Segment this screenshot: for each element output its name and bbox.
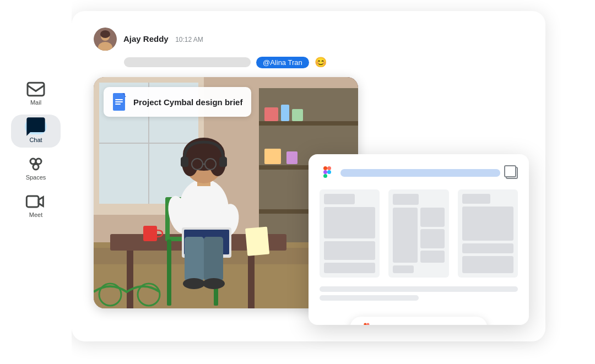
sender-name: Ajay Reddy [123,34,169,44]
svg-rect-67 [364,323,366,325]
svg-point-54 [183,278,205,289]
svg-rect-4 [26,196,39,207]
svg-point-55 [203,278,225,289]
figma-label-text: Project Cymbal wireframes [377,323,476,325]
figma-card: Project Cymbal wireframes [309,154,529,325]
svg-point-66 [327,170,331,174]
message-header: Ajay Reddy 10:12 AM [94,28,203,51]
svg-rect-45 [181,157,188,167]
sender-info: Ajay Reddy 10:12 AM [123,34,203,44]
svg-rect-59 [115,99,123,100]
figma-bar-short [320,295,419,301]
svg-rect-21 [281,105,289,121]
mention-tag[interactable]: @Alina Tran [256,57,309,68]
wf-block [462,243,513,253]
wf-sub-block [420,251,445,263]
wf-block [462,256,513,273]
sidebar: Mail Chat Spaces [0,0,72,364]
svg-rect-46 [219,157,227,167]
wf-block [324,207,375,238]
figma-icon [320,165,335,181]
svg-rect-68 [366,323,369,325]
svg-rect-53 [204,237,223,281]
wf-block [324,263,375,273]
sidebar-item-meet[interactable]: Meet [11,189,61,222]
doc-title: Project Cymbal design brief [133,97,242,107]
figma-copy-icon [506,167,518,179]
figma-card-header [320,165,518,181]
scene: Mail Chat Spaces [0,0,595,364]
svg-point-2 [36,159,41,164]
svg-rect-60 [115,101,123,102]
meet-icon [25,191,47,213]
svg-rect-17 [259,121,358,126]
sidebar-item-mail-label: Mail [30,99,41,106]
sidebar-item-mail[interactable]: Mail [11,77,61,110]
sidebar-item-spaces[interactable]: Spaces [11,152,61,185]
wf-block [393,265,413,273]
message-text-placeholder [124,57,251,67]
wf-block [324,241,375,259]
mail-icon-wrap [25,82,47,97]
emoji: 😊 [315,56,327,68]
sidebar-item-chat[interactable]: Chat [11,115,61,148]
message-bubble: @Alina Tran 😊 [124,56,327,68]
meet-icon-wrap [25,194,47,209]
spaces-icon [25,153,47,175]
svg-point-8 [100,30,110,38]
svg-rect-62 [323,166,327,170]
figma-bar [320,286,518,292]
wireframe-3 [458,189,518,278]
spaces-icon-wrap [25,156,47,172]
google-docs-icon [112,93,128,111]
figma-bottom-bars [320,286,518,301]
svg-point-3 [33,164,39,170]
doc-overlay: Project Cymbal design brief [104,87,251,117]
wf-sub-block [420,208,445,227]
svg-rect-61 [115,104,121,105]
wireframe-1 [320,189,380,278]
avatar-svg [94,28,117,51]
svg-rect-20 [264,107,278,121]
svg-rect-64 [323,170,327,174]
wf-block [324,194,355,204]
sidebar-item-spaces-label: Spaces [26,174,46,181]
svg-rect-22 [292,109,303,121]
svg-rect-50 [143,226,157,241]
svg-rect-65 [323,174,327,178]
wireframe-2 [388,189,448,278]
wireframes-row [320,189,518,278]
svg-rect-25 [127,248,133,308]
wf-block [462,194,490,204]
wf-block [462,207,513,241]
svg-rect-0 [28,83,44,95]
svg-rect-23 [264,149,281,164]
svg-rect-52 [185,237,204,281]
svg-rect-51 [245,227,269,256]
message-time: 10:12 AM [175,36,203,44]
main-card: Ajay Reddy 10:12 AM @Alina Tran 😊 [72,11,545,341]
figma-title-bar [340,169,500,177]
svg-rect-24 [286,151,298,164]
figma-label-pill: Project Cymbal wireframes [350,317,487,325]
avatar [94,28,117,51]
sidebar-item-meet-label: Meet [29,211,42,218]
chat-icon [25,116,47,138]
svg-rect-32 [167,240,171,306]
mail-icon [25,78,47,100]
chat-icon-wrap [25,119,47,134]
wf-sub-block [420,229,445,248]
svg-rect-63 [327,166,331,170]
svg-rect-26 [248,248,255,308]
sidebar-item-chat-label: Chat [29,137,42,143]
wf-block [393,194,419,205]
figma-label-icon [361,322,372,325]
wf-sub-block [393,208,417,263]
